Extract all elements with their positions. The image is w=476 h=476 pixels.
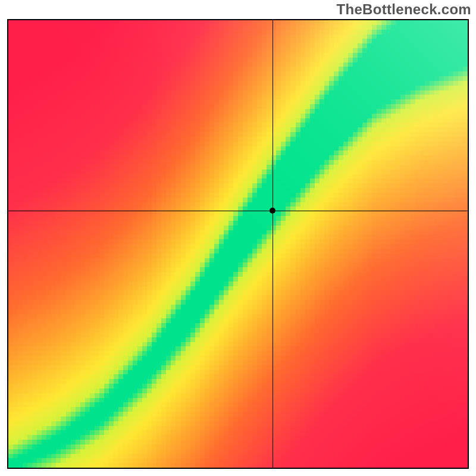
- crosshair-marker: [270, 208, 275, 214]
- crosshair-vertical: [273, 20, 273, 468]
- chart-container: TheBottleneck.com: [0, 0, 476, 476]
- heatmap-canvas: [8, 20, 468, 468]
- watermark-text: TheBottleneck.com: [337, 1, 471, 18]
- heatmap-plot: [7, 19, 469, 469]
- crosshair-horizontal: [8, 211, 468, 211]
